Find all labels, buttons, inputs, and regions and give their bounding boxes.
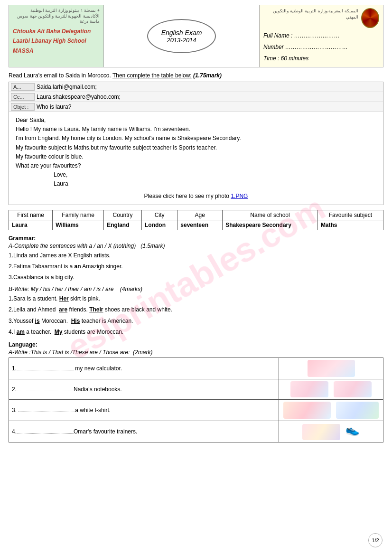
school-line1: Chtouka Ait Baha Delegation (13, 27, 100, 36)
email-cc-row: Cc... Laura.shakespeare@yahoo.com; (9, 92, 383, 102)
grammar-a-title: A-Complete the sentences with a / an / X… (9, 243, 383, 249)
cell-city: London (141, 220, 177, 230)
email-body-line3: I'm from England. My home city is London… (16, 134, 376, 143)
school-info: Chtouka Ait Baha Delegation Laarbi Lbana… (13, 27, 100, 56)
grammar-b-item4: 4.I am a teacher. My students are Morocc… (9, 328, 383, 337)
student-data-table: First name Family name Country City Age … (9, 210, 383, 230)
dotted-line-2 (17, 391, 74, 391)
email-to-label: A... (11, 83, 35, 91)
table-row: Laura Williams England London seventeen … (9, 220, 383, 230)
col-city: City (141, 210, 177, 220)
answer-an: an (75, 263, 81, 270)
lang-cell-img1 (279, 358, 383, 379)
grammar-title: Grammar: (9, 235, 383, 242)
email-subject-value: Who is laura? (37, 103, 71, 110)
grammar-a-item3: 3.Casablanca is a big city. (9, 273, 383, 282)
dotted-line-3 (18, 412, 75, 412)
col-age: Age (177, 210, 223, 220)
email-body-line6: What are your favourites? (16, 161, 376, 170)
lang-cell-text2: 2.Nadia's notebooks. (9, 379, 279, 400)
email-box: A... Saida.larhi@gmail.com; Cc... Laura.… (9, 82, 383, 205)
grammar-b-item1: 1.Sara is a student. Her skirt is pink. (9, 294, 383, 303)
language-table: 1. my new calculator. 2.Nadia's notebook… (9, 357, 383, 442)
answer-are1: are (59, 306, 67, 313)
exam-year: 2013-2014 (167, 37, 196, 44)
cell-country: England (104, 220, 142, 230)
email-subject-label: Objet : (11, 103, 35, 111)
page-number: 1/2 (368, 533, 383, 547)
exam-title: English Exam (161, 29, 202, 37)
email-sign2: Laura (54, 179, 376, 188)
col-school: Name of school (223, 210, 318, 220)
instructions-underline: Then complete the table below: (112, 72, 192, 79)
email-photo-line: Please click here to see my photo 1.PNG (16, 192, 376, 201)
right-arabic-text: المملكة المغربية وزارة التربية الوطنية و… (263, 8, 358, 20)
lang-cell-img2 (279, 379, 383, 400)
email-cc-value: Laura.shakespeare@yahoo.com; (37, 94, 121, 100)
ministry-logo (361, 8, 379, 28)
header-right: المملكة المغربية وزارة التربية الوطنية و… (260, 5, 383, 67)
email-body-line5: My favourite colour is blue. (16, 152, 376, 161)
answer-her: Her (59, 295, 69, 302)
col-subject: Favourite subject (317, 210, 383, 220)
lang-cell-text3: 3. a white t-shirt. (9, 400, 279, 421)
lang-row-4: 4.Omar's favourite trainers. 👟 (9, 421, 383, 442)
lang-row-2: 2.Nadia's notebooks. (9, 379, 383, 400)
header-center: English Exam 2013-2014 (104, 5, 260, 67)
lang-row-1: 1. my new calculator. (9, 358, 383, 379)
lang-cell-img4: 👟 (279, 421, 383, 442)
image-notebooks (290, 381, 328, 397)
email-photo-text: Please click here to see my photo (144, 193, 229, 199)
image-trainers (302, 424, 340, 440)
col-familyname: Family name (53, 210, 104, 220)
cell-familyname: Williams (53, 220, 104, 230)
school-line3: MASSA (13, 46, 100, 56)
lang-cell-text4: 4.Omar's favourite trainers. (9, 421, 279, 442)
grammar-a-item2: 2.Fatima Tabaamrant is a an Amazigh sing… (9, 262, 383, 271)
student-fields: Full Name : …………………… Number …………………………… … (263, 30, 379, 64)
dotted-line-4 (17, 433, 74, 433)
answer-my: My (55, 329, 63, 335)
time-field: Time : 60 minutes (263, 53, 379, 64)
trainer-icon: 👟 (345, 423, 360, 436)
dotted-line-1 (17, 370, 74, 370)
instructions-text: Read Laura's email to Saida in Morocco. (9, 72, 111, 79)
fullname-field: Full Name : …………………… (263, 30, 379, 41)
grammar-b-item2: 2.Leila and Ahmed are friends. Their sho… (9, 305, 383, 314)
cell-school: Shakespeare Secondary (223, 220, 318, 230)
image-tshirt-2 (336, 402, 379, 419)
language-title: Language: (9, 341, 383, 348)
language-section: Language: A-Write :This is / That is /Th… (9, 341, 383, 442)
email-body-line2: Hello ! My name is Laura. My family name… (16, 125, 376, 134)
header: + بسجلة ١ ييتولو وزارة التربية الوطنية ا… (9, 5, 383, 67)
instructions: Read Laura's email to Saida in Morocco. … (9, 72, 383, 79)
image-calculator (308, 360, 355, 377)
header-left: + بسجلة ١ ييتولو وزارة التربية الوطنية ا… (9, 5, 104, 67)
email-body-line1: Dear Saida, (16, 116, 376, 125)
col-country: Country (104, 210, 142, 220)
email-subject-row: Objet : Who is laura? (9, 102, 383, 112)
exam-oval: English Exam 2013-2014 (147, 19, 216, 53)
email-cc-label: Cc... (11, 93, 35, 101)
answer-am: am (17, 329, 25, 335)
answer-their: Their (89, 306, 103, 313)
answer-is: is (35, 318, 40, 324)
grammar-section: Grammar: A-Complete the sentences with a… (9, 235, 383, 337)
lang-cell-text1: 1. my new calculator. (9, 358, 279, 379)
grammar-b-item3: 3.Youssef is Moroccan. His teacher is Am… (9, 317, 383, 326)
number-field: Number …………………………… (263, 41, 379, 53)
lang-row-3: 3. a white t-shirt. (9, 400, 383, 421)
image-notebooks-2 (334, 381, 372, 397)
email-to-value: Saida.larhi@gmail.com; (37, 84, 97, 90)
email-to-row: A... Saida.larhi@gmail.com; (9, 82, 383, 92)
grammar-a-item1: 1.Linda and James are X English artists. (9, 251, 383, 260)
email-sign1: Love, (54, 170, 376, 179)
cell-firstname: Laura (9, 220, 53, 230)
answer-his: His (71, 318, 80, 324)
language-a-title: A-Write :This is / That is /These are / … (9, 349, 383, 356)
instructions-mark: (1.75mark) (193, 72, 222, 79)
col-firstname: First name (9, 210, 53, 220)
email-photo-link[interactable]: 1.PNG (231, 193, 248, 199)
lang-cell-img3 (279, 400, 383, 421)
email-body-line4: My favourite subject is Maths,but my fav… (16, 143, 376, 152)
